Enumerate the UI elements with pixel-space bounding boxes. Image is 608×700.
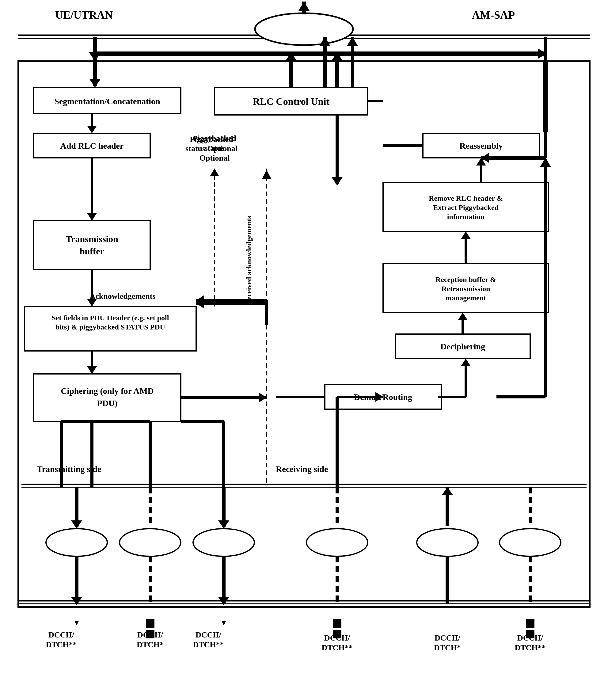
svg-text:DTCH**: DTCH** [46,640,77,649]
svg-marker-154 [375,392,383,402]
svg-text:Set fields in PDU Header (e.g.: Set fields in PDU Header (e.g. set poll [52,314,169,322]
svg-point-93 [306,529,368,556]
svg-marker-84 [90,79,100,87]
svg-text:DCCH/: DCCH/ [324,633,350,642]
svg-text:buffer: buffer [80,246,104,256]
svg-text:Transmission: Transmission [65,234,118,244]
svg-text:DTCH**: DTCH** [321,643,353,652]
svg-text:Acknowledgements: Acknowledgements [90,292,155,301]
svg-marker-163 [259,393,267,402]
svg-text:DTCH**: DTCH** [515,643,546,652]
svg-marker-61 [540,158,551,167]
svg-text:DTCH**: DTCH** [193,640,224,649]
svg-text:RLC Control Unit: RLC Control Unit [253,96,329,107]
svg-point-90 [46,529,107,556]
svg-marker-4 [89,52,101,61]
svg-point-92 [193,529,254,556]
svg-rect-23 [34,221,150,270]
svg-marker-77 [331,177,343,185]
svg-text:DCCH/: DCCH/ [195,630,222,639]
label-piggybacked: Piggybacked status Optional [181,135,242,153]
svg-marker-107 [218,597,229,605]
svg-marker-99 [71,521,82,529]
svg-point-2 [255,13,353,45]
svg-text:bits) & piggybacked STATUS PDU: bits) & piggybacked STATUS PDU [55,323,165,331]
svg-rect-44 [383,264,549,313]
svg-text:information: information [447,213,485,221]
svg-text:Segmentation/Concatenation: Segmentation/Concatenation [54,97,160,106]
svg-marker-11 [299,2,309,11]
svg-rect-13 [34,87,181,113]
svg-rect-28 [24,306,196,351]
svg-rect-36 [423,133,539,158]
svg-text:DCCH/: DCCH/ [435,633,461,642]
svg-rect-131 [526,619,534,628]
svg-rect-15 [34,133,150,158]
diagram-svg: Segmentation/Concatenation Add RLC heade… [0,0,608,700]
svg-marker-112 [442,487,453,495]
svg-text:Extract Piggybacked: Extract Piggybacked [433,204,499,211]
svg-marker-161 [210,169,219,176]
svg-marker-68 [262,170,271,179]
svg-marker-141 [90,79,100,87]
svg-marker-27 [87,299,97,306]
svg-marker-43 [476,158,486,166]
svg-marker-7 [90,80,100,89]
svg-marker-79 [319,37,330,46]
svg-marker-146 [331,52,343,61]
svg-marker-20 [87,126,97,133]
svg-rect-38 [383,182,549,231]
svg-point-94 [417,529,478,556]
svg-text:Reception buffer &: Reception buffer & [435,276,496,283]
svg-text:▼: ▼ [73,618,81,627]
svg-marker-53 [458,313,468,320]
svg-marker-105 [218,521,229,529]
svg-rect-50 [395,334,530,359]
svg-rect-33 [34,374,181,421]
svg-text:Optional: Optional [200,154,230,163]
svg-marker-151 [481,153,489,163]
svg-rect-54 [325,385,441,409]
svg-text:DCCH/: DCCH/ [137,630,163,639]
label-am-sap: AM-SAP [472,8,515,21]
svg-text:Transmitting side: Transmitting side [37,464,101,474]
diagram-container: UE/UTRAN AM-SAP Segmentation/Concatenati… [0,0,608,700]
svg-text:DTCH*: DTCH* [434,643,461,652]
svg-marker-58 [461,359,471,366]
svg-marker-144 [286,52,297,61]
svg-text:DCCH/: DCCH/ [517,633,543,642]
svg-text:Add RLC header: Add RLC header [60,141,124,150]
svg-text:Deciphering: Deciphering [440,342,485,351]
svg-rect-17 [214,87,368,115]
svg-text:Demux/Routing: Demux/Routing [354,392,412,402]
svg-marker-49 [461,231,471,239]
svg-text:Received acknowledgements: Received acknowledgements [245,216,253,305]
svg-rect-125 [333,619,341,628]
svg-marker-81 [347,37,358,46]
svg-text:▼: ▼ [220,618,228,627]
svg-rect-126 [333,630,341,638]
svg-text:DCCH/: DCCH/ [49,630,74,639]
svg-rect-132 [526,630,534,638]
svg-text:DTCH*: DTCH* [137,640,164,649]
svg-rect-12 [18,61,590,607]
svg-rect-123 [146,619,154,628]
svg-rect-124 [146,630,154,638]
label-ue-utran: UE/UTRAN [55,8,113,21]
svg-marker-22 [87,213,97,221]
svg-text:management: management [445,294,486,302]
svg-text:Remove RLC header &: Remove RLC header & [429,194,503,202]
svg-text:Ciphering (only for AMD: Ciphering (only for AMD [61,386,154,396]
svg-point-91 [119,529,181,556]
svg-marker-32 [87,366,97,374]
svg-marker-148 [538,49,547,59]
svg-point-95 [499,529,561,556]
svg-marker-159 [196,299,204,308]
svg-text:Receiving side: Receiving side [276,464,328,474]
svg-text:Reassembly: Reassembly [459,141,503,150]
svg-marker-72 [196,296,204,305]
svg-text:PDU): PDU) [97,398,118,408]
svg-text:Retransmission: Retransmission [442,285,490,293]
svg-marker-101 [71,597,82,605]
